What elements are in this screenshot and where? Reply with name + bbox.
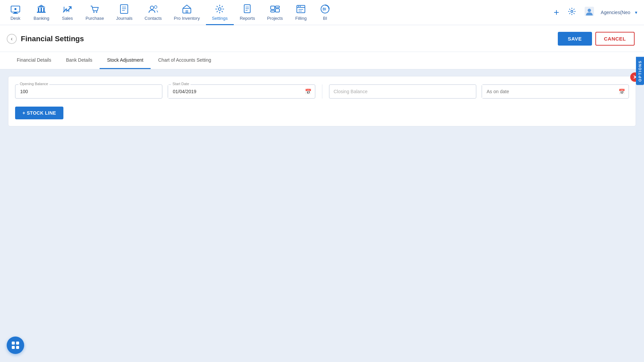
nav-label-sales: Sales — [62, 16, 73, 21]
closing-balance-group: Closing Balance — [329, 84, 476, 99]
nav-label-projects: Projects — [267, 16, 283, 21]
nav-item-filling[interactable]: Filling — [289, 0, 313, 25]
svg-point-33 — [300, 6, 301, 7]
bi-icon: BI — [319, 3, 331, 15]
svg-rect-21 — [185, 10, 188, 13]
nav-item-projects[interactable]: Projects — [261, 0, 289, 25]
cancel-button[interactable]: CANCEL — [595, 32, 635, 46]
nav-item-sales[interactable]: Sales — [55, 0, 79, 25]
opening-balance-input[interactable] — [15, 84, 162, 99]
settings-icon — [214, 3, 226, 15]
svg-marker-4 — [37, 5, 46, 7]
contacts-icon — [147, 3, 159, 15]
start-date-label: Start Date — [171, 82, 191, 86]
svg-rect-29 — [275, 9, 279, 12]
nav-label-contacts: Contacts — [145, 16, 162, 21]
nav-label-filling: Filling — [295, 16, 307, 21]
pro-inventory-icon — [181, 3, 193, 15]
tab-stock-adjustment[interactable]: Stock Adjustment — [100, 52, 151, 69]
nav-item-purchase[interactable]: Purchase — [79, 0, 110, 25]
journals-icon — [118, 3, 130, 15]
svg-point-12 — [93, 11, 95, 13]
tab-chart-of-accounts[interactable]: Chart of Accounts Setting — [151, 52, 218, 69]
purchase-icon — [89, 3, 101, 15]
tab-bank-details[interactable]: Bank Details — [59, 52, 100, 69]
org-label[interactable]: Agencies(Neo — [601, 10, 630, 15]
nav-label-settings: Settings — [212, 16, 228, 21]
form-row-1: Opening Balance Start Date 📅 Closing Bal… — [15, 84, 629, 99]
nav-label-banking: Banking — [34, 16, 49, 21]
form-card: ✕ Opening Balance Start Date 📅 — [8, 76, 636, 126]
closing-balance-input[interactable] — [329, 84, 476, 99]
sales-icon — [61, 3, 73, 15]
svg-point-13 — [96, 11, 97, 13]
options-sidebar[interactable]: OPTIONS — [636, 57, 644, 85]
as-on-date-group: 📅 — [482, 84, 629, 99]
nav-label-purchase: Purchase — [86, 16, 104, 21]
nav-item-reports[interactable]: Reports — [234, 0, 261, 25]
svg-rect-6 — [41, 8, 42, 12]
banking-icon — [35, 3, 47, 15]
grid-icon — [12, 342, 19, 349]
nav-item-banking[interactable]: Banking — [28, 0, 55, 25]
calendar-icon[interactable]: 📅 — [302, 86, 315, 98]
start-date-group: Start Date 📅 — [168, 84, 315, 99]
svg-point-40 — [588, 9, 591, 12]
nav-item-settings[interactable]: Settings — [206, 0, 234, 25]
start-date-input[interactable] — [168, 85, 301, 98]
svg-point-32 — [298, 6, 299, 7]
start-date-field: 📅 — [168, 84, 315, 99]
svg-rect-11 — [68, 9, 69, 12]
nav-item-pro-inventory[interactable]: Pro Inventory — [168, 0, 206, 25]
nav-label-journals: Journals — [116, 16, 132, 21]
header-actions: SAVE CANCEL — [558, 32, 635, 46]
as-on-date-input[interactable] — [482, 85, 615, 98]
svg-text:BI: BI — [323, 7, 326, 11]
page-title: Financial Settings — [21, 35, 84, 43]
top-nav: Desk Banking — [0, 0, 644, 25]
filling-icon — [295, 3, 307, 15]
svg-rect-27 — [271, 6, 275, 9]
tabs-row: Financial Details Bank Details Stock Adj… — [0, 52, 644, 69]
stock-line-button[interactable]: + STOCK LINE — [15, 107, 63, 119]
reports-icon — [241, 3, 253, 15]
svg-rect-28 — [275, 6, 279, 8]
nav-item-contacts[interactable]: Contacts — [139, 0, 168, 25]
as-on-date-field: 📅 — [482, 84, 629, 99]
nav-label-pro-inventory: Pro Inventory — [174, 16, 200, 21]
grid-button[interactable] — [7, 337, 24, 354]
opening-balance-label: Opening Balance — [18, 82, 49, 86]
opening-balance-group: Opening Balance — [15, 84, 162, 99]
nav-item-bi[interactable]: BI BI — [313, 0, 337, 25]
user-avatar[interactable] — [583, 5, 596, 20]
settings-gear-icon[interactable] — [566, 5, 578, 19]
nav-item-journals[interactable]: Journals — [110, 0, 139, 25]
main-content: ‹ Financial Settings SAVE CANCEL Financi… — [0, 25, 644, 338]
save-button[interactable]: SAVE — [558, 32, 592, 46]
page-header-left: ‹ Financial Settings — [7, 34, 84, 44]
nav-label-bi: BI — [323, 16, 327, 21]
tab-financial-details[interactable]: Financial Details — [9, 52, 59, 69]
svg-rect-5 — [38, 8, 39, 12]
divider — [322, 84, 322, 99]
svg-rect-30 — [271, 10, 275, 12]
add-button[interactable]: + — [552, 5, 561, 20]
form-area: ✕ Opening Balance Start Date 📅 — [0, 69, 644, 338]
svg-point-38 — [571, 10, 573, 12]
svg-point-18 — [150, 6, 154, 9]
projects-icon — [269, 3, 281, 15]
svg-rect-9 — [63, 7, 65, 12]
as-on-date-calendar-icon[interactable]: 📅 — [615, 86, 629, 98]
svg-point-19 — [154, 6, 157, 8]
nav-item-desk[interactable]: Desk — [3, 0, 28, 25]
back-button[interactable]: ‹ — [7, 34, 17, 44]
nav-label-desk: Desk — [10, 16, 20, 21]
nav-label-reports: Reports — [240, 16, 255, 21]
nav-items: Desk Banking — [3, 0, 552, 25]
svg-rect-7 — [43, 8, 45, 12]
page-header: ‹ Financial Settings SAVE CANCEL — [0, 25, 644, 52]
nav-right: + Agencies(Neo ▾ — [552, 5, 641, 20]
svg-rect-14 — [120, 5, 128, 13]
chevron-down-icon[interactable]: ▾ — [635, 10, 637, 15]
desk-icon — [9, 3, 21, 15]
